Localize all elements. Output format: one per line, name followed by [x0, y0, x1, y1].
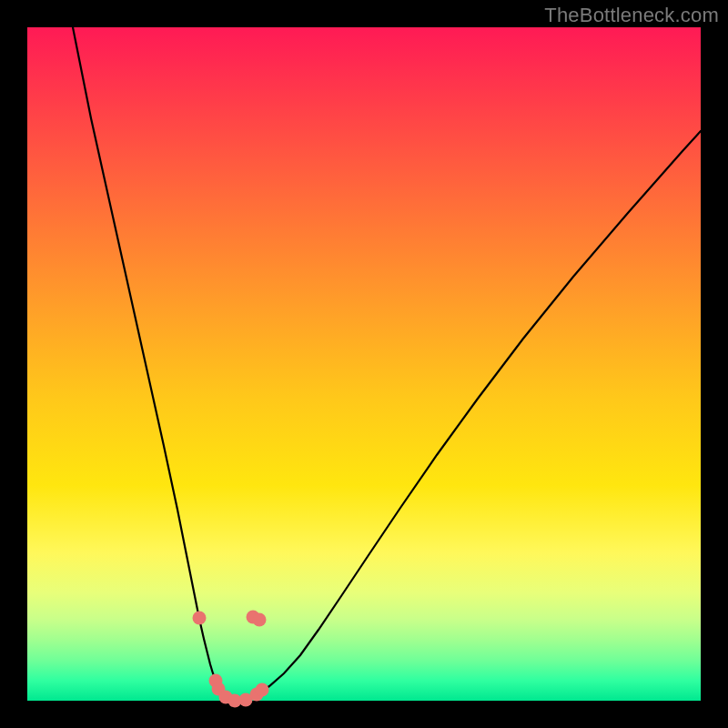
- chart-frame: TheBottleneck.com: [0, 0, 728, 728]
- curve-left-branch: [73, 27, 237, 701]
- sample-dot: [253, 613, 267, 627]
- curve-right-branch: [237, 131, 701, 701]
- sample-dot: [193, 612, 207, 625]
- sample-dots: [193, 611, 269, 708]
- sample-dot: [256, 683, 269, 697]
- watermark-text: TheBottleneck.com: [544, 4, 719, 27]
- plot-area: [27, 27, 701, 701]
- curve-svg: [27, 27, 701, 701]
